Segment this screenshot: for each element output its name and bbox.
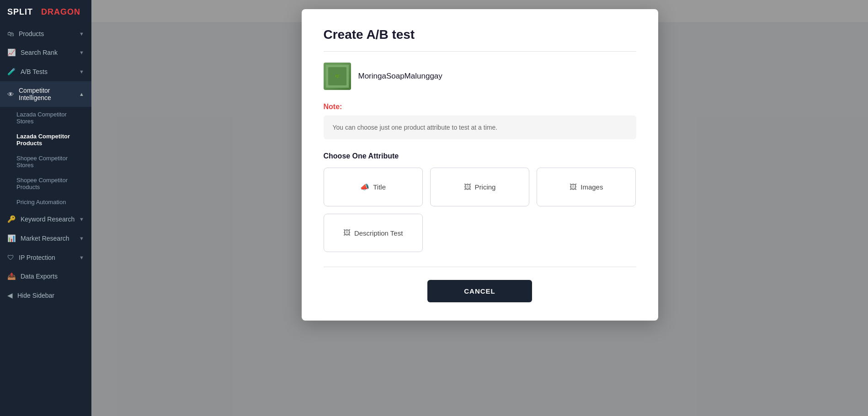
chevron-icon-comp: ▲ (79, 91, 84, 97)
modal-overlay: Create A/B test 🌿 MoringaSoapMalunggay (91, 0, 868, 416)
sidebar-item-exports-label: Data Exports (21, 273, 58, 280)
sidebar-item-ab-tests-label: A/B Tests (21, 68, 48, 75)
sidebar-item-products[interactable]: 🛍 Products ▼ (0, 24, 91, 43)
attribute-pricing-label: Pricing (475, 183, 496, 191)
modal-top-divider (324, 51, 636, 52)
attribute-card-description[interactable]: 🖼 Description Test (324, 214, 423, 252)
logo-split: SPLIT (7, 7, 33, 17)
sidebar: SPLIT DRAGON 🛍 Products ▼ 📈 Search Rank … (0, 0, 91, 416)
title-attr-icon: 📣 (360, 183, 369, 191)
sidebar-item-ip-label: IP Protection (19, 254, 55, 261)
competitor-submenu: Lazada Competitor Stores Lazada Competit… (0, 107, 91, 210)
modal-bottom-divider (324, 267, 636, 267)
svg-text:🌿: 🌿 (335, 74, 340, 79)
attribute-card-pricing[interactable]: 🖼 Pricing (430, 168, 529, 206)
search-rank-icon: 📈 (7, 48, 16, 57)
sidebar-item-products-label: Products (19, 30, 44, 37)
ab-tests-icon: 🧪 (7, 68, 16, 76)
attribute-title-label: Title (373, 183, 386, 191)
sidebar-item-ip-protection[interactable]: 🛡 IP Protection ▼ (0, 248, 91, 267)
chevron-icon-ab: ▼ (79, 69, 84, 74)
pricing-attr-icon: 🖼 (464, 183, 471, 191)
keyword-icon: 🔑 (7, 215, 16, 223)
sidebar-item-lazada-products[interactable]: Lazada Competitor Products (0, 129, 91, 151)
create-ab-test-modal: Create A/B test 🌿 MoringaSoapMalunggay (302, 9, 658, 321)
ip-icon: 🛡 (7, 253, 14, 261)
attribute-description-label: Description Test (354, 229, 403, 237)
note-label: Note: (324, 103, 636, 111)
sidebar-item-market-research[interactable]: 📊 Market Research ▼ (0, 229, 91, 248)
product-name: MoringaSoapMalunggay (358, 72, 442, 81)
sidebar-item-keyword-label: Keyword Research (21, 216, 75, 223)
main-content: Create A/B test 🌿 MoringaSoapMalunggay (91, 0, 868, 416)
sidebar-item-search-rank[interactable]: 📈 Search Rank ▼ (0, 43, 91, 62)
sidebar-nav: 🛍 Products ▼ 📈 Search Rank ▼ 🧪 A/B Tests… (0, 24, 91, 416)
sidebar-item-search-rank-label: Search Rank (21, 49, 58, 56)
sidebar-item-ab-tests[interactable]: 🧪 A/B Tests ▼ (0, 62, 91, 81)
cancel-button[interactable]: CANCEL (427, 280, 532, 302)
chevron-icon: ▼ (79, 50, 84, 55)
images-attr-icon: 🖼 (570, 183, 577, 191)
sidebar-item-market-label: Market Research (21, 235, 69, 242)
logo-dragon: DRAGON (41, 7, 80, 17)
description-attr-icon: 🖼 (343, 229, 351, 237)
attribute-grid-row1: 📣 Title 🖼 Pricing 🖼 Images (324, 168, 636, 206)
chevron-icon-mr: ▼ (79, 236, 84, 241)
competitor-icon: 👁 (7, 90, 14, 98)
sidebar-item-keyword-research[interactable]: 🔑 Keyword Research ▼ (0, 210, 91, 229)
sidebar-item-competitor-label: Competitor Intelligence (19, 87, 79, 101)
attribute-card-title[interactable]: 📣 Title (324, 168, 423, 206)
modal-title: Create A/B test (324, 27, 636, 42)
attribute-images-label: Images (580, 183, 603, 191)
products-icon: 🛍 (7, 30, 14, 37)
sidebar-item-lazada-stores[interactable]: Lazada Competitor Stores (0, 107, 91, 129)
sidebar-item-pricing-automation[interactable]: Pricing Automation (0, 195, 91, 210)
sidebar-item-hide-label: Hide Sidebar (17, 292, 54, 299)
attribute-grid-row2: 🖼 Description Test (324, 214, 636, 252)
product-thumbnail: 🌿 (324, 63, 351, 90)
modal-actions: CANCEL (324, 280, 636, 302)
market-icon: 📊 (7, 234, 16, 242)
choose-attribute-label: Choose One Attribute (324, 152, 636, 160)
sidebar-item-shopee-products[interactable]: Shopee Competitor Products (0, 173, 91, 195)
sidebar-item-data-exports[interactable]: 📤 Data Exports (0, 267, 91, 286)
note-text: You can choose just one product attribut… (324, 116, 636, 139)
hide-icon: ◀ (7, 291, 13, 300)
sidebar-item-hide-sidebar[interactable]: ◀ Hide Sidebar (0, 286, 91, 305)
chevron-down-icon: ▼ (79, 31, 84, 37)
exports-icon: 📤 (7, 272, 16, 280)
sidebar-item-competitor-intelligence[interactable]: 👁 Competitor Intelligence ▲ (0, 81, 91, 107)
attribute-card-images[interactable]: 🖼 Images (537, 168, 636, 206)
chevron-icon-kw: ▼ (79, 216, 84, 222)
sidebar-item-shopee-stores[interactable]: Shopee Competitor Stores (0, 151, 91, 173)
app-logo: SPLIT DRAGON (0, 0, 91, 24)
chevron-icon-ip: ▼ (79, 255, 84, 260)
product-image: 🌿 (324, 63, 351, 90)
product-row: 🌿 MoringaSoapMalunggay (324, 63, 636, 90)
